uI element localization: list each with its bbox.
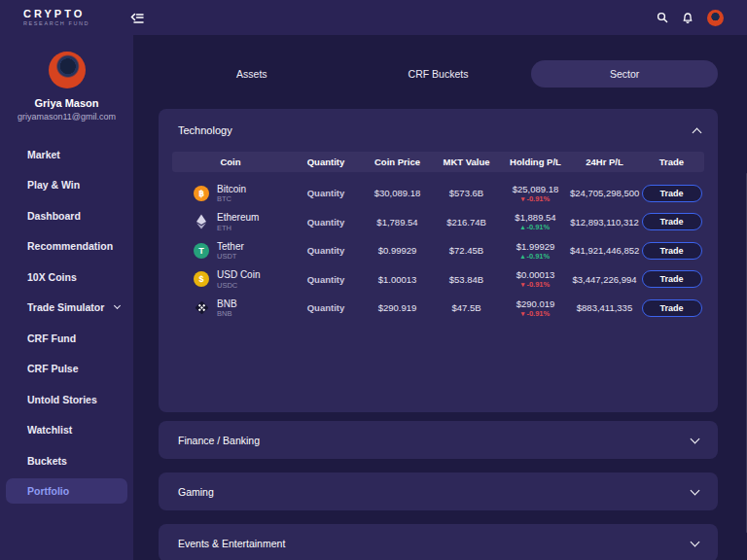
notifications-bell-icon[interactable] [682, 12, 694, 24]
logo-title: CRYPTO [23, 9, 89, 19]
col-mkt-value: MKT Value [432, 157, 501, 167]
chevron-down-icon [691, 485, 700, 495]
app-logo: CRYPTO RESEARCH FUND [23, 9, 89, 27]
pl-24hr-cell: $3,447,226,994 [570, 274, 639, 285]
triangle-up-icon: ▴ [521, 253, 525, 260]
quantity-cell: Quantity [289, 245, 363, 256]
quantity-cell: Quantity [289, 274, 363, 285]
quantity-cell: Quantity [289, 217, 363, 228]
section-title: Events & Entertainment [178, 538, 285, 549]
table-row: BNB BNB Quantity $290.919 $47.5B $290.01… [172, 294, 704, 323]
coin-price-cell: $1,789.54 [363, 217, 432, 228]
logo-subtitle: RESEARCH FUND [23, 21, 89, 27]
sidebar-item-crf-pulse[interactable]: CRF Pulse [0, 354, 133, 385]
bitcoin-icon: ฿ [194, 186, 209, 201]
table-row: Ethereum ETH Quantity $1,789.54 $216.74B… [172, 208, 704, 237]
holding-pl-value: $25,089.18 [501, 184, 570, 194]
trade-button[interactable]: Trade [642, 270, 702, 288]
chevron-down-icon [691, 434, 700, 443]
top-bar: CRYPTO RESEARCH FUND [0, 0, 747, 35]
user-email: griyamason11@gmil.com [0, 112, 133, 122]
section-gaming[interactable]: Gaming [159, 472, 718, 510]
trade-button[interactable]: Trade [642, 213, 702, 230]
holding-pl-change: ▾ -0.91% [501, 280, 570, 289]
portfolio-tabs: Assets CRF Buckets Sector [159, 60, 718, 88]
coin-symbol: ETH [217, 224, 259, 232]
sidebar-item-trade-simulator[interactable]: Trade Simulator [0, 293, 133, 324]
table-row: ฿ Bitcoin BTC Quantity $30,089.18 $573.6… [172, 179, 704, 208]
trade-button[interactable]: Trade [642, 242, 702, 260]
chevron-down-icon [114, 302, 121, 309]
pl-24hr-cell: $883,411,335 [570, 302, 639, 313]
sidebar-item-market[interactable]: Market [0, 139, 133, 170]
triangle-up-icon: ▴ [521, 224, 525, 230]
coin-name: BNB [217, 298, 237, 310]
triangle-down-icon: ▾ [521, 310, 525, 317]
mkt-value-cell: $53.84B [432, 274, 501, 285]
profile-card: Griya Mason griyamason11@gmil.com [0, 35, 133, 122]
coin-name: USD Coin [217, 269, 260, 281]
coin-price-cell: $1.00013 [363, 274, 432, 285]
holding-pl-value: $290.019 [501, 298, 570, 309]
tether-icon: T [194, 243, 209, 259]
section-title: Technology [178, 124, 232, 136]
mkt-value-cell: $216.74B [432, 217, 501, 228]
coin-symbol: USDT [217, 252, 244, 261]
holding-pl-value: $1.99929 [501, 241, 570, 252]
sidebar-item-watchlist[interactable]: Watchlist [0, 415, 133, 446]
collapse-sidebar-icon[interactable] [130, 12, 145, 24]
coin-name: Ethereum [217, 212, 259, 224]
main-content: Assets CRF Buckets Sector Technology Coi… [133, 35, 747, 560]
table-row: $ USD Coin USDC Quantity $1.00013 $53.84… [172, 265, 704, 295]
sidebar-item-recommendation[interactable]: Recommendation [0, 231, 133, 262]
triangle-down-icon: ▾ [521, 195, 525, 202]
col-24hr-pl: 24Hr P/L [570, 157, 639, 167]
ethereum-icon [194, 214, 209, 229]
section-finance-banking[interactable]: Finance / Banking [159, 421, 718, 459]
table-header-row: Coin Quantity Coin Price MKT Value Holdi… [172, 152, 704, 172]
trade-button[interactable]: Trade [642, 299, 702, 317]
holding-pl-change: ▾ -0.91% [501, 194, 570, 203]
holding-pl-change: ▾ -0.91% [501, 309, 570, 318]
table-row: T Tether USDT Quantity $0.99929 $72.45B … [172, 236, 704, 265]
search-icon[interactable] [657, 12, 668, 23]
coin-name: Tether [217, 241, 244, 253]
sidebar-item-crf-fund[interactable]: CRF Fund [0, 323, 133, 354]
coin-symbol: BNB [217, 309, 237, 318]
sidebar-item-10x-coins[interactable]: 10X Coins [0, 262, 133, 293]
section-title: Gaming [178, 486, 214, 498]
coin-symbol: USDC [217, 281, 260, 290]
section-technology: Technology Coin Quantity Coin Price MKT … [159, 109, 718, 412]
triangle-down-icon: ▾ [521, 281, 525, 288]
section-title: Finance / Banking [178, 435, 260, 446]
sidebar-item-dashboard[interactable]: Dashboard [0, 200, 133, 231]
sidebar-item-play-and-win[interactable]: Play & Win [0, 170, 133, 201]
sidebar: Griya Mason griyamason11@gmil.com Market… [0, 35, 133, 560]
tab-assets[interactable]: Assets [159, 60, 345, 88]
mkt-value-cell: $47.5B [432, 302, 501, 313]
user-avatar-small[interactable] [707, 10, 724, 26]
user-name: Griya Mason [0, 97, 133, 109]
coin-price-cell: $30,089.18 [363, 188, 432, 198]
coin-name: Bitcoin [217, 184, 246, 195]
holding-pl-change: ▴ -0.91% [501, 223, 570, 231]
chevron-up-icon[interactable] [693, 127, 702, 137]
bnb-icon [194, 300, 209, 316]
col-coin: Coin [172, 157, 289, 167]
tab-crf-buckets[interactable]: CRF Buckets [345, 60, 532, 88]
section-events-entertainment[interactable]: Events & Entertainment [159, 524, 718, 560]
sidebar-item-portfolio[interactable]: Portfolio [6, 478, 127, 504]
holding-pl-value: $0.00013 [501, 269, 570, 280]
pl-24hr-cell: $12,893,110,312 [570, 217, 639, 228]
pl-24hr-cell: $24,705,298,500 [570, 188, 639, 198]
pl-24hr-cell: $41,921,446,852 [570, 245, 639, 256]
col-holding-pl: Holding P/L [501, 157, 570, 167]
user-avatar-large[interactable] [49, 52, 86, 88]
col-quantity: Quantity [289, 157, 363, 167]
mkt-value-cell: $573.6B [432, 188, 501, 198]
sidebar-item-untold-stories[interactable]: Untold Stories [0, 384, 133, 415]
trade-button[interactable]: Trade [642, 185, 702, 202]
sidebar-item-buckets[interactable]: Buckets [0, 445, 133, 476]
coin-price-cell: $0.99929 [363, 245, 432, 256]
tab-sector[interactable]: Sector [531, 60, 718, 88]
